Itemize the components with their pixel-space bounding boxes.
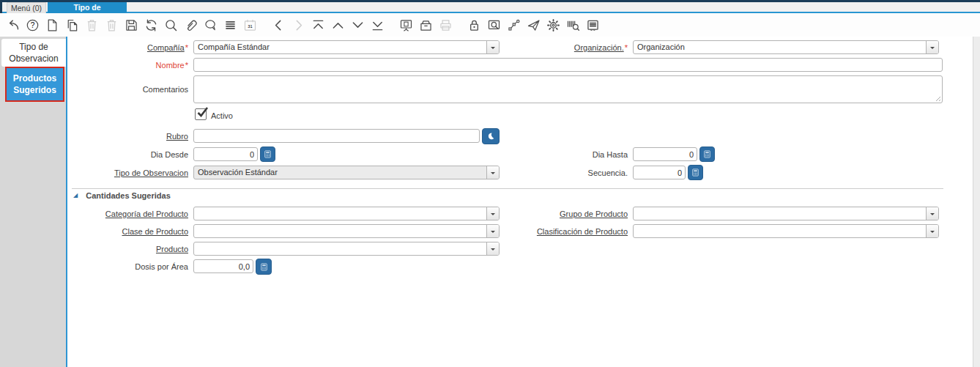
active-checkbox[interactable]	[195, 108, 207, 120]
toolbar-attachment-button[interactable]	[182, 16, 199, 34]
toolbar-detail-record-button[interactable]	[349, 16, 366, 34]
sidebar-tab-productos-sugeridos[interactable]: Productos Sugeridos	[5, 67, 64, 102]
product-category-combobox[interactable]	[193, 207, 500, 220]
lock-icon	[467, 18, 482, 33]
toolbar-new-record-button[interactable]	[43, 16, 61, 34]
observation-type-combobox[interactable]: Observación Estándar	[193, 166, 500, 179]
product-dropdown-icon[interactable]	[486, 242, 499, 255]
toolbar-copy-record-button[interactable]	[63, 16, 81, 34]
dose-per-area-label: Dosis por Área	[34, 262, 188, 271]
product-class-label-link[interactable]: Clase de Producto	[122, 227, 189, 236]
first-record-icon	[311, 18, 326, 33]
comments-textarea[interactable]	[193, 75, 943, 103]
toolbar-zoom-across-button[interactable]	[485, 16, 502, 34]
day-to-label: Dia Hasta	[474, 150, 628, 159]
product-classification-dropdown-icon[interactable]	[926, 225, 938, 237]
observation-type-label: Tipo de Observacion	[34, 168, 188, 177]
day-to-input[interactable]	[633, 147, 697, 161]
comments-label: Comentarios	[34, 85, 188, 94]
tab-menu[interactable]: Menú (0)	[7, 2, 46, 13]
toolbar-undo-button[interactable]	[4, 16, 21, 34]
toolbar-first-record-button[interactable]	[309, 16, 327, 34]
dose-per-area-calculator-button[interactable]	[256, 259, 272, 275]
name-input[interactable]	[193, 58, 943, 72]
toolbar-workflow-button[interactable]	[505, 16, 522, 34]
toolbar-print-button	[437, 16, 454, 34]
toolbar-archive-button[interactable]	[417, 16, 434, 34]
toolbar-find-button[interactable]	[162, 16, 179, 34]
sequence-calculator-button[interactable]	[688, 165, 703, 180]
delete-selection-icon	[104, 18, 119, 33]
organization-dropdown-icon[interactable]	[926, 41, 938, 53]
workflow-icon	[506, 18, 521, 33]
company-combobox[interactable]: Compañía Estándar	[193, 40, 500, 54]
help-icon	[25, 18, 40, 33]
day-from-label: Dia Desde	[34, 150, 188, 159]
toolbar-chat-button[interactable]	[201, 16, 219, 34]
rubro-search-button[interactable]	[482, 128, 500, 144]
company-label-link[interactable]: Compañía	[147, 43, 185, 52]
observation-type-label-link[interactable]: Tipo de Observacion	[114, 168, 188, 177]
previous-record-icon	[271, 18, 286, 33]
toolbar-preferences-button[interactable]	[544, 16, 562, 34]
organization-value: Organización	[637, 41, 924, 53]
rubro-input[interactable]	[193, 129, 480, 143]
day-to-calculator-button[interactable]	[699, 147, 715, 162]
product-classification-label: Clasificación de Producto	[474, 227, 628, 236]
product-classification-combobox[interactable]	[633, 224, 939, 238]
toggle-grid-icon	[223, 18, 238, 33]
product-combobox[interactable]	[193, 242, 500, 256]
window-tabstrip: Menú (0) Tipo de Observación✕	[2, 2, 980, 13]
toolbar-broadcast-button[interactable]	[584, 16, 601, 34]
rubro-label-link[interactable]: Rubro	[166, 132, 188, 141]
product-class-label: Clase de Producto	[34, 227, 188, 236]
undo-icon	[5, 18, 21, 33]
dose-per-area-input[interactable]	[193, 259, 253, 273]
toolbar-help-button[interactable]	[23, 16, 41, 34]
refresh-icon	[144, 18, 159, 33]
product-class-combobox[interactable]	[193, 224, 500, 238]
product-category-label: Categoría del Producto	[34, 210, 188, 218]
sequence-label: Secuencia.	[474, 168, 628, 177]
toolbar-product-info-button[interactable]	[564, 16, 582, 34]
toolbar-parent-record-button[interactable]	[329, 16, 346, 34]
product-group-dropdown-icon[interactable]	[926, 207, 938, 220]
detail-record-icon	[350, 18, 365, 33]
product-info-icon	[565, 18, 581, 33]
name-label: Nombre*	[34, 61, 188, 70]
organization-label-link[interactable]: Organización.	[574, 43, 624, 52]
toolbar-requests-button[interactable]	[524, 16, 542, 34]
sequence-input[interactable]	[633, 166, 686, 179]
company-value: Compañía Estándar	[198, 41, 484, 53]
broadcast-icon	[585, 18, 601, 33]
calculator-icon	[691, 168, 700, 177]
section-title: Cantidades Sugeridas	[86, 191, 171, 200]
tab-tipo-de-observacion[interactable]: Tipo de Observación✕	[48, 2, 127, 13]
product-classification-label-link[interactable]: Clasificación de Producto	[537, 227, 628, 236]
toolbar-lock-button[interactable]	[465, 16, 483, 34]
toolbar-last-record-button[interactable]	[368, 16, 386, 34]
product-group-combobox[interactable]	[633, 207, 939, 220]
day-from-calculator-button[interactable]	[260, 147, 275, 162]
collapse-section-icon[interactable]: ◢	[73, 192, 78, 199]
toolbar-refresh-button[interactable]	[142, 16, 160, 34]
calendar-icon	[242, 18, 258, 33]
product-group-label: Grupo de Producto	[474, 210, 628, 218]
toolbar-report-button[interactable]	[397, 16, 415, 34]
archive-icon	[418, 18, 434, 33]
day-from-input[interactable]	[193, 147, 258, 161]
calculator-icon	[259, 262, 269, 272]
toolbar-save-button[interactable]	[122, 16, 140, 34]
calculator-icon	[263, 149, 272, 159]
record-search-icon	[486, 131, 497, 142]
toolbar-previous-record-button[interactable]	[270, 16, 287, 34]
section-separator	[72, 188, 943, 189]
product-label-link[interactable]: Producto	[156, 245, 188, 253]
scrollbar-track	[973, 37, 980, 367]
last-record-icon	[370, 18, 385, 33]
organization-combobox[interactable]: Organización	[633, 40, 939, 54]
product-category-label-link[interactable]: Categoría del Producto	[105, 210, 188, 218]
toolbar-toggle-grid-button[interactable]	[221, 16, 239, 34]
product-group-label-link[interactable]: Grupo de Producto	[560, 210, 628, 218]
next-record-icon	[291, 18, 306, 33]
